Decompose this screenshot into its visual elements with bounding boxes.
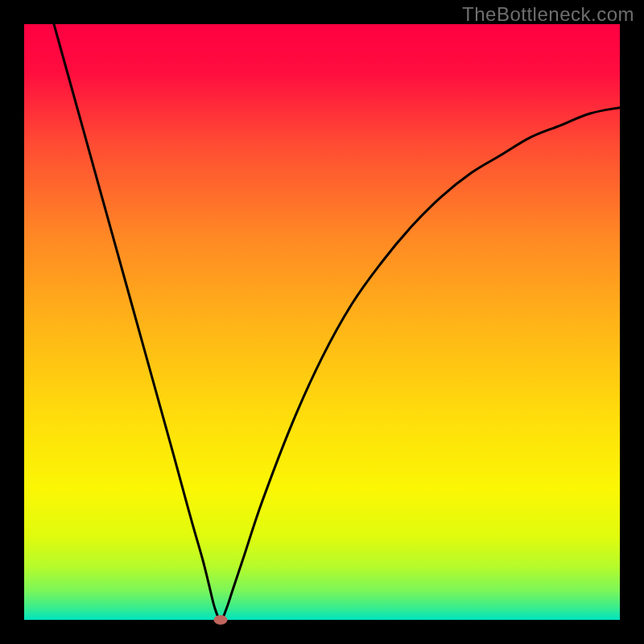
plot-area	[24, 24, 620, 620]
bottleneck-curve	[24, 24, 620, 620]
watermark-text: TheBottleneck.com	[462, 3, 634, 26]
chart-frame: TheBottleneck.com	[0, 0, 644, 644]
optimal-point-marker	[214, 615, 228, 625]
